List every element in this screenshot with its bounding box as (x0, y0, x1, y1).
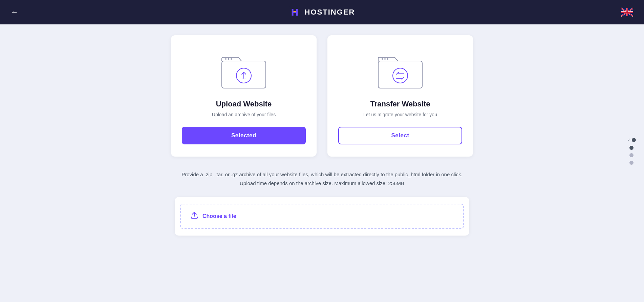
transfer-website-title: Transfer Website (370, 100, 430, 108)
hostinger-logo-icon (289, 6, 301, 18)
svg-rect-7 (378, 61, 422, 88)
svg-point-10 (387, 58, 388, 60)
cards-row: Upload Website Upload an archive of your… (171, 35, 473, 157)
header: ← HOSTINGER (0, 0, 644, 24)
step-dot-2 (629, 146, 634, 150)
upload-description-text: Provide a .zip, .tar, or .gz archive of … (170, 170, 474, 187)
svg-point-9 (384, 58, 386, 60)
transfer-website-card: Transfer Website Let us migrate your web… (327, 35, 473, 157)
logo: HOSTINGER (289, 6, 355, 18)
step-dots: ✓ (627, 138, 636, 165)
upload-folder-icon (215, 49, 273, 90)
main-content: Upload Website Upload an archive of your… (0, 24, 644, 246)
svg-point-8 (382, 58, 383, 60)
upload-icon-wrapper (213, 47, 274, 92)
svg-point-11 (393, 68, 408, 83)
svg-point-3 (225, 58, 227, 60)
back-button[interactable]: ← (11, 8, 18, 17)
transfer-icon-wrapper (370, 47, 431, 92)
step-dot-3 (629, 153, 634, 157)
transfer-website-desc: Let us migrate your website for you (363, 112, 437, 117)
step-dot-1-wrapper: ✓ (627, 138, 636, 142)
step-dot-1 (632, 138, 636, 142)
step-check-icon: ✓ (627, 138, 630, 142)
svg-point-5 (231, 58, 232, 60)
logo-text: HOSTINGER (305, 8, 355, 17)
upload-website-title: Upload Website (216, 100, 272, 108)
upload-icon (190, 211, 198, 221)
transfer-select-button[interactable]: Select (338, 127, 462, 144)
file-upload-container: Choose a file (175, 197, 469, 236)
file-upload-area[interactable]: Choose a file (180, 204, 464, 229)
upload-arrow-icon (190, 211, 198, 219)
svg-point-4 (228, 58, 229, 60)
language-flag-icon[interactable] (621, 7, 633, 17)
upload-website-card: Upload Website Upload an archive of your… (171, 35, 317, 157)
transfer-folder-icon (371, 49, 429, 90)
choose-file-label[interactable]: Choose a file (202, 213, 236, 219)
upload-website-desc: Upload an archive of your files (212, 112, 276, 117)
step-dot-4 (629, 161, 634, 165)
upload-selected-button[interactable]: Selected (182, 127, 306, 144)
